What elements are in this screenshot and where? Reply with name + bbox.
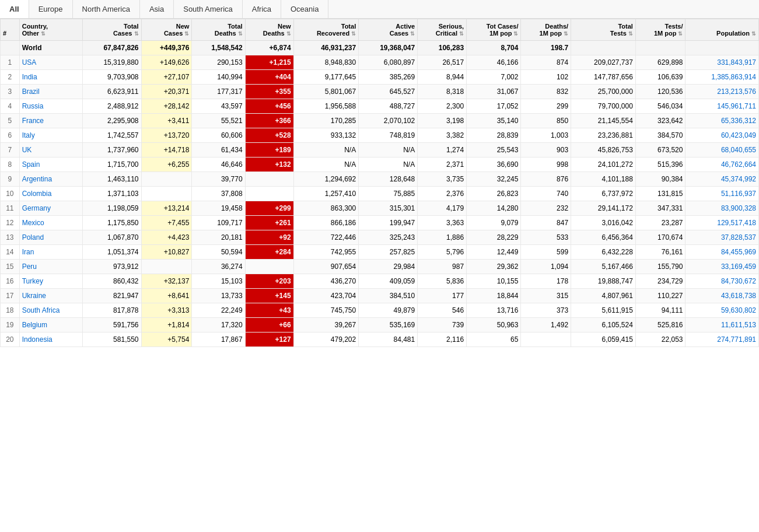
row-country[interactable]: Italy [19,128,82,143]
country-link[interactable]: Poland [22,233,44,242]
col-deaths-1m[interactable]: Deaths/1M pop ⇅ [521,19,571,41]
row-total-recovered: N/A [293,143,359,158]
col-total-recovered[interactable]: TotalRecovered ⇅ [293,19,359,41]
row-total-recovered: 863,300 [293,201,359,216]
country-link[interactable]: Ukraine [22,292,46,300]
col-country[interactable]: Country,Other ⇅ [19,19,82,41]
col-new-deaths[interactable]: NewDeaths ⇅ [245,19,293,41]
tab-oceania[interactable]: Oceania [281,0,328,18]
row-total-recovered: 1,257,410 [293,187,359,201]
row-country[interactable]: Iran [19,245,82,260]
country-link[interactable]: Germany [22,204,51,212]
row-new-deaths: +284 [245,245,293,260]
country-link[interactable]: Turkey [22,277,43,285]
row-total-deaths: 46,646 [192,158,245,172]
country-link[interactable]: USA [22,58,37,66]
row-deaths-1m: 599 [521,245,571,260]
row-total-deaths: 50,594 [192,245,245,260]
population-value: 1,385,863,914 [711,73,756,81]
row-num: 14 [1,245,20,260]
row-total-tests: 19,888,747 [571,274,636,289]
row-country[interactable]: India [19,70,82,85]
row-total-cases: 1,067,870 [82,230,141,245]
row-new-deaths: +203 [245,274,293,289]
country-link[interactable]: Iran [22,248,34,256]
row-deaths-1m: 832 [521,85,571,99]
row-tests-1m: 673,520 [635,143,685,158]
row-country[interactable]: Indonesia [19,332,82,347]
table-row: 6 Italy 1,742,557 +13,720 60,606 +528 93… [1,128,759,143]
row-new-cases: +3,411 [141,114,192,128]
row-tot-cases-1m: 25,543 [467,143,521,158]
row-serious-critical: 5,836 [418,274,467,289]
row-country[interactable]: Argentina [19,172,82,187]
country-link[interactable]: India [22,73,37,81]
row-country[interactable]: Mexico [19,216,82,230]
row-total-recovered: 866,186 [293,216,359,230]
country-link[interactable]: Indonesia [22,335,53,344]
col-total-deaths[interactable]: TotalDeaths ⇅ [192,19,245,41]
country-link[interactable]: UK [22,146,32,154]
row-total-cases: 1,463,110 [82,172,141,187]
row-country[interactable]: Turkey [19,274,82,289]
row-total-cases: 15,319,880 [82,55,141,70]
row-active-cases: 257,825 [359,245,418,260]
row-country[interactable]: Poland [19,230,82,245]
col-new-cases[interactable]: NewCases ⇅ [141,19,192,41]
row-country[interactable]: Colombia [19,187,82,201]
tab-europe[interactable]: Europe [29,0,73,18]
country-link[interactable]: Brazil [22,88,40,96]
row-tot-cases-1m: 18,844 [467,289,521,303]
row-total-cases: 1,371,103 [82,187,141,201]
world-total-recovered: 46,931,237 [293,41,359,55]
tab-asia[interactable]: Asia [140,0,174,18]
row-total-deaths: 140,994 [192,70,245,85]
row-country[interactable]: Belgium [19,318,82,332]
row-population: 145,961,711 [685,99,759,114]
country-link[interactable]: South Africa [22,306,60,314]
country-link[interactable]: Argentina [22,175,52,183]
tab-north-america[interactable]: North America [73,0,140,18]
row-country[interactable]: France [19,114,82,128]
country-link[interactable]: Spain [22,160,40,169]
row-country[interactable]: Ukraine [19,289,82,303]
row-country[interactable]: USA [19,55,82,70]
row-total-tests: 45,826,753 [571,143,636,158]
col-tests-1m[interactable]: Tests/1M pop ⇅ [635,19,685,41]
row-country[interactable]: Peru [19,260,82,274]
row-country[interactable]: UK [19,143,82,158]
row-tests-1m: 155,790 [635,260,685,274]
col-total-cases[interactable]: TotalCases ⇅ [82,19,141,41]
country-link[interactable]: Italy [22,131,35,139]
col-active-cases[interactable]: ActiveCases ⇅ [359,19,418,41]
row-total-cases: 1,737,960 [82,143,141,158]
col-tot-cases-1m[interactable]: Tot Cases/1M pop ⇅ [467,19,521,41]
row-new-cases: +10,827 [141,245,192,260]
col-serious-critical[interactable]: Serious,Critical ⇅ [418,19,467,41]
country-link[interactable]: Mexico [22,219,44,227]
row-total-recovered: 722,446 [293,230,359,245]
col-total-tests[interactable]: TotalTests ⇅ [571,19,636,41]
country-link[interactable]: France [22,117,44,125]
row-country[interactable]: Spain [19,158,82,172]
tab-all[interactable]: All [0,0,29,18]
row-country[interactable]: South Africa [19,303,82,318]
population-value: 331,843,917 [717,58,756,66]
tab-africa[interactable]: Africa [243,0,281,18]
country-link[interactable]: Peru [22,262,37,271]
row-num: 11 [1,201,20,216]
row-country[interactable]: Brazil [19,85,82,99]
tab-south-america[interactable]: South America [174,0,243,18]
row-new-cases: +4,423 [141,230,192,245]
row-tests-1m: 629,898 [635,55,685,70]
country-link[interactable]: Belgium [22,321,47,329]
col-population[interactable]: Population ⇅ [685,19,759,41]
row-population: 129,517,418 [685,216,759,230]
row-country[interactable]: Germany [19,201,82,216]
row-tot-cases-1m: 35,140 [467,114,521,128]
country-link[interactable]: Colombia [22,190,52,198]
row-new-deaths [245,260,293,274]
row-country[interactable]: Russia [19,99,82,114]
country-link[interactable]: Russia [22,102,44,110]
row-num: 15 [1,260,20,274]
